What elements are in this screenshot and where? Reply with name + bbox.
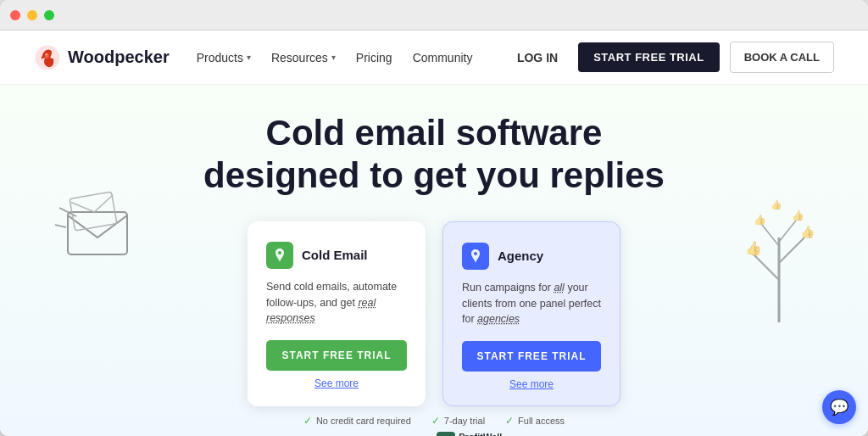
check-icon: ✓ [303, 415, 312, 427]
svg-point-18 [474, 252, 477, 255]
agency-trial-button[interactable]: START FREE TRIAL [462, 341, 601, 372]
nav-community[interactable]: Community [413, 51, 473, 64]
svg-line-8 [754, 254, 779, 280]
seven-day-trial-badge: ✓ 7-day trial [431, 415, 485, 427]
agency-title: Agency [498, 249, 543, 263]
check-icon: ✓ [505, 415, 514, 427]
no-credit-card-badge: ✓ No credit card required [303, 415, 411, 427]
agency-see-more[interactable]: See more [462, 378, 601, 390]
agency-icon [462, 243, 489, 270]
browser-chrome [0, 0, 868, 31]
logo-icon [34, 44, 61, 71]
agency-desc: Run campaigns for all your clients from … [462, 280, 601, 327]
hero-section: 👍 👍 👍 👍 👍 Cold email software designed t… [0, 85, 868, 436]
envelope-illustration [51, 187, 161, 288]
trust-bar: ✓ No credit card required ✓ 7-day trial … [17, 406, 851, 427]
svg-line-5 [55, 225, 66, 227]
svg-line-10 [762, 225, 779, 246]
nav-resources[interactable]: Resources ▾ [271, 51, 336, 64]
trust-badges: ✓ No credit card required ✓ 7-day trial … [303, 415, 565, 427]
card-header: Cold Email [266, 242, 407, 269]
browser-window: Woodpecker Products ▾ Resources ▾ Pricin… [0, 0, 868, 436]
card-header-agency: Agency [462, 243, 601, 270]
hero-title: Cold email software designed to get you … [203, 112, 665, 198]
cold-email-trial-button[interactable]: START FREE TRIAL [266, 340, 407, 371]
navbar: Woodpecker Products ▾ Resources ▾ Pricin… [0, 31, 868, 85]
trusted-section: TRUSTED BY 13,000+ PROFESSIONALS P Profi… [221, 427, 647, 436]
svg-line-11 [779, 221, 796, 242]
svg-point-17 [278, 251, 281, 254]
svg-rect-3 [68, 212, 127, 254]
svg-text:👍: 👍 [792, 209, 804, 221]
start-trial-button[interactable]: START FREE TRIAL [578, 42, 720, 72]
svg-line-9 [779, 238, 804, 263]
book-call-button[interactable]: BOOK A CALL [730, 42, 834, 73]
nav-products[interactable]: Products ▾ [197, 51, 251, 64]
svg-point-2 [46, 53, 47, 55]
maximize-button[interactable] [44, 10, 54, 20]
page-content: Woodpecker Products ▾ Resources ▾ Pricin… [0, 31, 868, 436]
cold-email-see-more[interactable]: See more [266, 377, 407, 389]
close-button[interactable] [10, 10, 20, 20]
svg-text:👍: 👍 [745, 240, 762, 256]
cold-email-title: Cold Email [302, 248, 368, 262]
nav-links: Products ▾ Resources ▾ Pricing Community [197, 51, 507, 64]
tree-illustration: 👍 👍 👍 👍 👍 [715, 170, 843, 339]
nav-actions: LOG IN START FREE TRIAL BOOK A CALL [507, 42, 834, 73]
svg-point-1 [45, 53, 49, 58]
profitwell-logo: P ProfitWell by paddle [437, 432, 502, 436]
product-cards: Cold Email Send cold emails, automate fo… [248, 221, 620, 406]
login-button[interactable]: LOG IN [507, 44, 568, 71]
minimize-button[interactable] [27, 10, 37, 20]
svg-text:👍: 👍 [800, 225, 815, 239]
cold-email-icon [266, 242, 293, 269]
cold-email-card: Cold Email Send cold emails, automate fo… [248, 221, 426, 406]
cold-email-desc: Send cold emails, automate follow-ups, a… [266, 279, 407, 327]
partner-logos: P ProfitWell by paddle BRAND24 LiveChat [437, 432, 647, 436]
svg-text:👍: 👍 [771, 198, 782, 210]
agency-card: Agency Run campaigns for all your client… [442, 221, 620, 406]
full-access-badge: ✓ Full access [505, 415, 565, 427]
check-icon: ✓ [431, 415, 440, 427]
logo-text: Woodpecker [68, 48, 170, 67]
nav-pricing[interactable]: Pricing [356, 51, 392, 64]
logo[interactable]: Woodpecker [34, 44, 170, 71]
profitwell-icon: P [437, 432, 455, 436]
profitwell-text: ProfitWell by paddle [459, 432, 502, 436]
chevron-down-icon: ▾ [331, 53, 336, 62]
svg-text:👍: 👍 [754, 213, 766, 226]
chevron-down-icon: ▾ [247, 53, 251, 62]
